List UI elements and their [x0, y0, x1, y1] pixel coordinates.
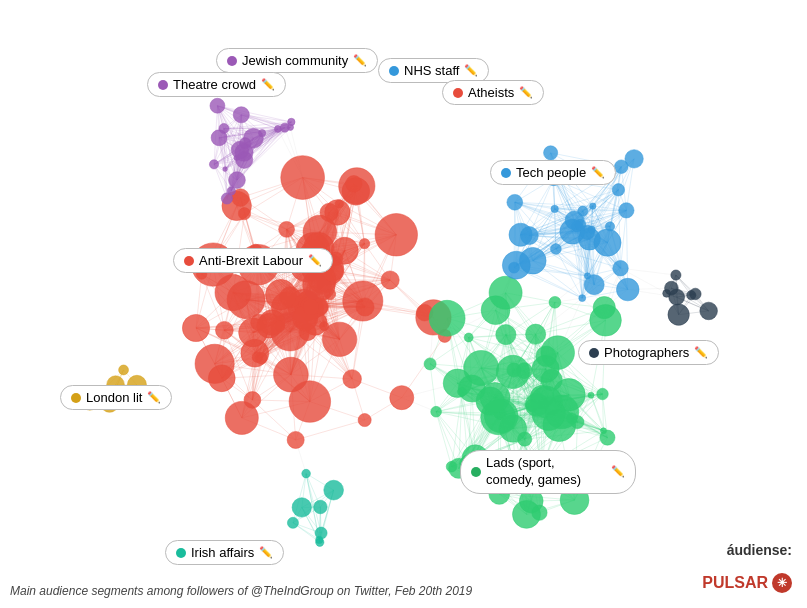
network-canvas: [0, 0, 807, 608]
brand-audiense: áudiense:: [727, 542, 792, 558]
chart-container: Jewish community ✏️ Theatre crowd ✏️ NHS…: [0, 0, 807, 608]
pulsar-icon: ✳: [772, 573, 792, 593]
brand-pulsar: PULSAR ✳: [702, 573, 792, 593]
footer-text: Main audience segments among followers o…: [10, 584, 472, 598]
